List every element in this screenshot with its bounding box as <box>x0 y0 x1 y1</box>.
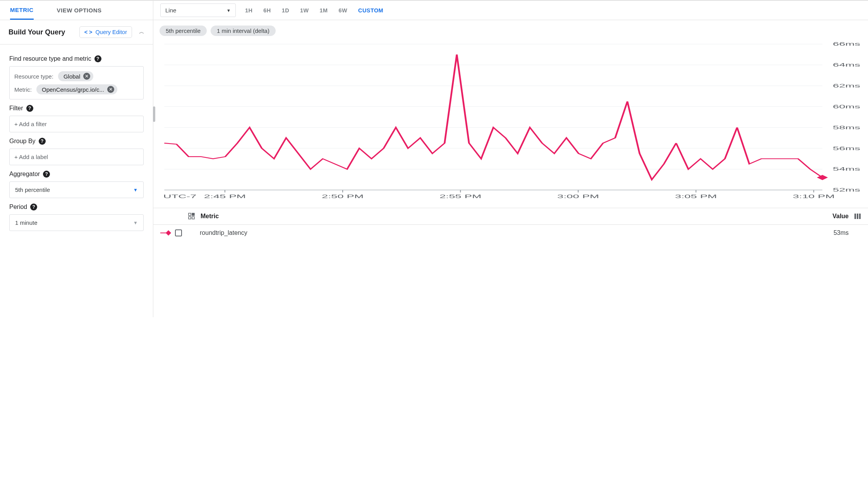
svg-rect-32 <box>192 213 194 216</box>
filter-input[interactable]: + Add a filter <box>9 116 144 132</box>
range-6w[interactable]: 6W <box>337 5 349 16</box>
groupby-label: Group By ? <box>9 138 144 145</box>
section-title: Build Your Query <box>9 28 65 36</box>
svg-rect-30 <box>817 175 828 180</box>
svg-rect-33 <box>189 217 191 219</box>
collapse-icon[interactable]: ︿ <box>139 29 144 36</box>
legend-row[interactable]: roundtrip_latency 53ms <box>153 225 868 241</box>
left-tabs: METRIC VIEW OPTIONS <box>0 1 153 20</box>
svg-text:56ms: 56ms <box>833 145 860 151</box>
svg-text:60ms: 60ms <box>833 103 860 109</box>
svg-rect-34 <box>192 217 194 219</box>
metric-chip[interactable]: OpenCensus/grpc.io/c... ✕ <box>36 84 117 94</box>
resource-type-label: Resource type: <box>14 73 53 80</box>
code-icon: < > <box>84 29 93 35</box>
chart-area[interactable]: 52ms54ms56ms58ms60ms62ms64ms66ms UTC-72:… <box>153 36 868 206</box>
query-editor-button[interactable]: < > Query Editor <box>79 26 132 38</box>
resource-type-chip[interactable]: Global ✕ <box>58 71 93 81</box>
svg-text:3:00 PM: 3:00 PM <box>557 193 599 199</box>
metric-label: Metric: <box>14 86 32 93</box>
svg-rect-35 <box>854 214 856 219</box>
aggregator-select[interactable]: 5th percentile ▼ <box>9 181 144 198</box>
svg-text:54ms: 54ms <box>833 166 860 172</box>
help-icon[interactable]: ? <box>26 105 33 112</box>
time-range-group: 1H 6H 1D 1W 1M 6W CUSTOM <box>244 5 385 16</box>
legend-header: Metric Value <box>153 208 868 225</box>
svg-text:2:50 PM: 2:50 PM <box>322 193 364 199</box>
legend-metric-header[interactable]: Metric <box>201 213 219 220</box>
columns-icon[interactable] <box>854 213 861 220</box>
svg-rect-31 <box>189 213 191 216</box>
svg-text:3:10 PM: 3:10 PM <box>793 193 835 199</box>
resource-metric-box[interactable]: Resource type: Global ✕ Metric: OpenCens… <box>9 66 144 99</box>
help-icon[interactable]: ? <box>39 138 46 145</box>
range-1d[interactable]: 1D <box>280 5 291 16</box>
period-select[interactable]: 1 minute ▼ <box>9 214 144 231</box>
svg-text:2:55 PM: 2:55 PM <box>439 193 481 199</box>
help-icon[interactable]: ? <box>43 171 50 178</box>
series-value: 53ms <box>834 229 849 236</box>
series-checkbox[interactable] <box>175 229 182 236</box>
chevron-down-icon: ▼ <box>226 8 231 13</box>
groupby-input[interactable]: + Add a label <box>9 149 144 165</box>
range-1m[interactable]: 1M <box>318 5 329 16</box>
chart-type-select[interactable]: Line ▼ <box>160 3 236 17</box>
range-6h[interactable]: 6H <box>262 5 272 16</box>
svg-text:64ms: 64ms <box>833 62 860 68</box>
close-icon[interactable]: ✕ <box>83 73 90 80</box>
series-name: roundtrip_latency <box>200 229 247 236</box>
svg-rect-37 <box>859 214 861 219</box>
svg-text:66ms: 66ms <box>833 41 860 47</box>
apps-icon[interactable] <box>188 213 195 220</box>
svg-text:UTC-7: UTC-7 <box>163 193 197 199</box>
svg-text:3:05 PM: 3:05 PM <box>675 193 717 199</box>
tab-metric[interactable]: METRIC <box>10 1 34 20</box>
svg-rect-36 <box>857 214 858 219</box>
help-icon[interactable]: ? <box>94 55 101 62</box>
close-icon[interactable]: ✕ <box>107 86 114 93</box>
interval-badge: 1 min interval (delta) <box>211 26 276 36</box>
help-icon[interactable]: ? <box>30 204 37 210</box>
svg-text:52ms: 52ms <box>833 187 860 193</box>
section-header: Build Your Query < > Query Editor ︿ <box>0 20 153 44</box>
range-1h[interactable]: 1H <box>244 5 254 16</box>
chevron-down-icon: ▼ <box>133 220 138 226</box>
svg-text:2:45 PM: 2:45 PM <box>204 193 246 199</box>
query-editor-label: Query Editor <box>96 29 127 35</box>
filter-label: Filter ? <box>9 105 144 112</box>
aggregator-badge: 5th percentile <box>160 26 207 36</box>
svg-text:62ms: 62ms <box>833 82 860 89</box>
chevron-down-icon: ▼ <box>133 187 138 193</box>
find-label: Find resource type and metric ? <box>9 55 144 62</box>
aggregator-label: Aggregator ? <box>9 171 144 178</box>
range-custom[interactable]: CUSTOM <box>357 5 385 16</box>
tab-view-options[interactable]: VIEW OPTIONS <box>57 2 102 19</box>
period-label: Period ? <box>9 204 144 210</box>
legend-value-header[interactable]: Value <box>832 213 849 220</box>
svg-text:58ms: 58ms <box>833 124 860 130</box>
series-marker-icon <box>160 230 170 236</box>
range-1w[interactable]: 1W <box>298 5 310 16</box>
